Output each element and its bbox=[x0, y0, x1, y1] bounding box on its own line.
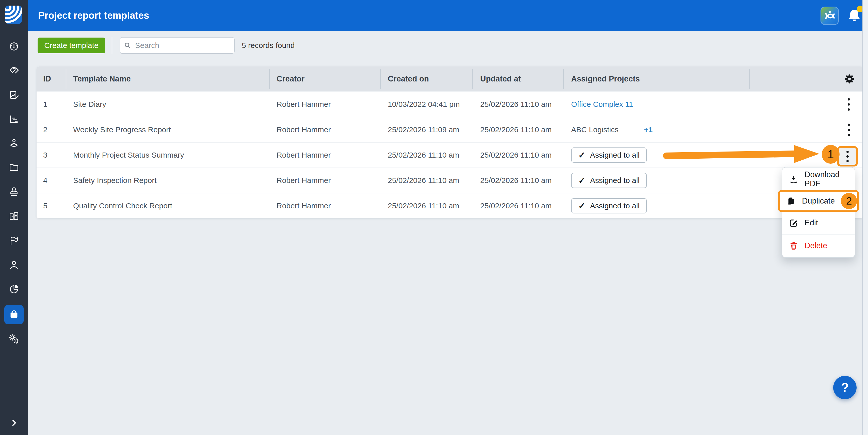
row-actions-kebab-button[interactable] bbox=[841, 117, 856, 142]
cell-id: 5 bbox=[43, 193, 48, 218]
appbar: Project report templates bbox=[28, 0, 863, 31]
table-settings-button[interactable] bbox=[844, 73, 855, 85]
assigned-to-all-button[interactable]: ✓ Assigned to all bbox=[571, 147, 647, 163]
assigned-to-all-button[interactable]: ✓ Assigned to all bbox=[571, 173, 647, 188]
menu-item-label: Delete bbox=[805, 241, 827, 250]
assigned-to-all-label: Assigned to all bbox=[590, 202, 640, 210]
scrollbar-track[interactable] bbox=[862, 0, 868, 435]
gauge-icon bbox=[8, 41, 20, 52]
create-template-button[interactable]: Create template bbox=[38, 38, 105, 53]
buildings-icon bbox=[8, 210, 20, 222]
column-header-id[interactable]: ID bbox=[43, 66, 51, 91]
cell-creator: Robert Hammer bbox=[277, 168, 331, 193]
check-icon: ✓ bbox=[578, 202, 586, 210]
menu-divider bbox=[782, 234, 855, 235]
cell-template-name: Safety Inspection Report bbox=[73, 168, 157, 193]
document-edit-icon bbox=[8, 89, 20, 101]
cell-created-on: 25/02/2026 11:10 am bbox=[388, 193, 459, 218]
sidebar-item-report-templates[interactable] bbox=[4, 305, 24, 324]
menu-item-delete[interactable]: Delete bbox=[782, 236, 855, 255]
column-divider bbox=[66, 69, 66, 89]
stamp-icon bbox=[8, 186, 20, 198]
column-header-template-name[interactable]: Template Name bbox=[73, 66, 131, 91]
sidebar-item-tags[interactable] bbox=[4, 61, 24, 80]
download-icon bbox=[789, 174, 798, 184]
cell-id: 4 bbox=[43, 168, 48, 193]
assigned-more-link[interactable]: +1 bbox=[644, 125, 653, 134]
folder-icon bbox=[8, 162, 20, 174]
menu-item-duplicate[interactable]: Duplicate 2 bbox=[778, 190, 859, 212]
cell-template-name: Weekly Site Progress Report bbox=[73, 117, 171, 142]
person-location-icon bbox=[8, 138, 20, 149]
page-title: Project report templates bbox=[38, 0, 149, 31]
app-switcher-button[interactable] bbox=[820, 7, 839, 25]
cell-updated-at: 25/02/2026 11:10 am bbox=[480, 193, 552, 218]
column-divider bbox=[472, 69, 473, 89]
menu-item-download-pdf[interactable]: Download PDF bbox=[782, 170, 855, 189]
search-box[interactable] bbox=[120, 37, 235, 54]
table-row: 5 Quality Control Check Report Robert Ha… bbox=[37, 193, 863, 218]
row-actions-kebab-button[interactable] bbox=[841, 92, 856, 117]
menu-item-edit[interactable]: Edit bbox=[782, 213, 855, 232]
records-count: 5 records found bbox=[242, 37, 294, 54]
sidebar-item-settings[interactable] bbox=[4, 329, 24, 349]
row-actions-kebab-button-highlighted[interactable] bbox=[837, 146, 858, 166]
cell-template-name: Quality Control Check Report bbox=[73, 193, 172, 218]
column-header-created-on[interactable]: Created on bbox=[388, 66, 429, 91]
search-input[interactable] bbox=[134, 41, 230, 50]
chevron-right-icon bbox=[9, 418, 19, 428]
gear-icon bbox=[844, 73, 855, 85]
column-divider bbox=[563, 69, 564, 89]
sidebar-item-approvals[interactable] bbox=[4, 182, 24, 202]
assigned-to-all-label: Assigned to all bbox=[590, 151, 640, 159]
briefcase-icon bbox=[8, 309, 20, 321]
cell-created-on: 25/02/2026 11:10 am bbox=[388, 168, 459, 193]
sidebar-item-analytics[interactable] bbox=[4, 279, 24, 299]
cell-updated-at: 25/02/2026 11:10 am bbox=[480, 92, 552, 117]
help-button[interactable]: ? bbox=[833, 376, 857, 399]
sidebar-item-snags[interactable] bbox=[4, 231, 24, 250]
copy-icon bbox=[786, 196, 796, 206]
column-divider bbox=[269, 69, 270, 89]
sidebar bbox=[0, 0, 28, 435]
table-row: 1 Site Diary Robert Hammer 10/03/2022 04… bbox=[37, 91, 863, 117]
menu-item-label: Duplicate bbox=[802, 196, 835, 206]
pie-chart-icon bbox=[8, 283, 20, 295]
sidebar-item-reports[interactable] bbox=[4, 110, 24, 129]
app-switcher-icon bbox=[823, 9, 836, 22]
table-row: 4 Safety Inspection Report Robert Hammer… bbox=[37, 168, 863, 193]
cell-creator: Robert Hammer bbox=[277, 117, 331, 142]
cell-created-on: 10/03/2022 04:41 pm bbox=[388, 92, 460, 117]
assigned-project-link[interactable]: Office Complex 11 bbox=[571, 100, 633, 109]
person-icon bbox=[8, 259, 20, 271]
gears-icon bbox=[8, 333, 20, 345]
check-icon: ✓ bbox=[578, 176, 586, 185]
column-header-updated-at[interactable]: Updated at bbox=[480, 66, 521, 91]
sidebar-item-documents[interactable] bbox=[4, 158, 24, 177]
cell-id: 2 bbox=[43, 117, 48, 142]
notifications-button[interactable] bbox=[846, 7, 862, 24]
column-divider bbox=[380, 69, 381, 89]
sidebar-item-dashboard[interactable] bbox=[4, 37, 24, 56]
sidebar-item-companies[interactable] bbox=[4, 207, 24, 226]
table-header: ID Template Name Creator Created on Upda… bbox=[37, 66, 863, 91]
company-logo bbox=[5, 6, 22, 24]
assigned-project-name: ABC Logistics bbox=[571, 125, 619, 134]
cell-template-name: Monthly Project Status Summary bbox=[73, 143, 184, 168]
assigned-to-all-button[interactable]: ✓ Assigned to all bbox=[571, 198, 647, 213]
assigned-to-all-label: Assigned to all bbox=[590, 176, 640, 185]
search-icon bbox=[124, 42, 131, 49]
sidebar-item-resources[interactable] bbox=[4, 134, 24, 153]
logo-arcs-icon bbox=[5, 6, 22, 24]
cell-id: 3 bbox=[43, 143, 48, 168]
sidebar-item-site-diary[interactable] bbox=[4, 86, 24, 105]
column-header-assigned-projects[interactable]: Assigned Projects bbox=[571, 66, 640, 91]
column-header-creator[interactable]: Creator bbox=[277, 66, 305, 91]
sidebar-item-users[interactable] bbox=[4, 255, 24, 275]
annotation-step-badge: 2 bbox=[841, 193, 857, 209]
sidebar-expand-button[interactable] bbox=[4, 413, 24, 432]
table-row: 3 Monthly Project Status Summary Robert … bbox=[37, 142, 863, 168]
cell-creator: Robert Hammer bbox=[277, 143, 331, 168]
app-window: Project report templates Create template… bbox=[0, 0, 868, 435]
cell-creator: Robert Hammer bbox=[277, 193, 331, 218]
